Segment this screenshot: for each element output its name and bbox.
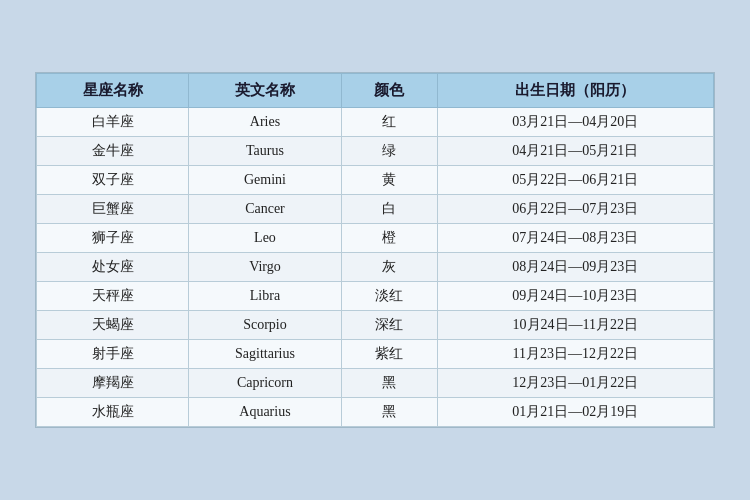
cell-color: 淡红: [341, 282, 437, 311]
cell-en: Leo: [189, 224, 341, 253]
cell-zh: 巨蟹座: [37, 195, 189, 224]
table-row: 处女座Virgo灰08月24日—09月23日: [37, 253, 714, 282]
cell-dates: 06月22日—07月23日: [437, 195, 713, 224]
col-header-dates: 出生日期（阳历）: [437, 74, 713, 108]
cell-dates: 01月21日—02月19日: [437, 398, 713, 427]
col-header-zh: 星座名称: [37, 74, 189, 108]
col-header-en: 英文名称: [189, 74, 341, 108]
cell-en: Scorpio: [189, 311, 341, 340]
cell-color: 黄: [341, 166, 437, 195]
cell-en: Taurus: [189, 137, 341, 166]
cell-zh: 处女座: [37, 253, 189, 282]
table-row: 狮子座Leo橙07月24日—08月23日: [37, 224, 714, 253]
col-header-color: 颜色: [341, 74, 437, 108]
cell-zh: 双子座: [37, 166, 189, 195]
cell-color: 红: [341, 108, 437, 137]
cell-zh: 射手座: [37, 340, 189, 369]
table-row: 射手座Sagittarius紫红11月23日—12月22日: [37, 340, 714, 369]
cell-dates: 11月23日—12月22日: [437, 340, 713, 369]
cell-color: 黑: [341, 398, 437, 427]
cell-en: Aries: [189, 108, 341, 137]
cell-dates: 12月23日—01月22日: [437, 369, 713, 398]
cell-en: Virgo: [189, 253, 341, 282]
cell-en: Cancer: [189, 195, 341, 224]
cell-color: 黑: [341, 369, 437, 398]
cell-en: Capricorn: [189, 369, 341, 398]
table-row: 摩羯座Capricorn黑12月23日—01月22日: [37, 369, 714, 398]
cell-color: 深红: [341, 311, 437, 340]
cell-color: 灰: [341, 253, 437, 282]
cell-zh: 狮子座: [37, 224, 189, 253]
cell-zh: 天蝎座: [37, 311, 189, 340]
cell-color: 绿: [341, 137, 437, 166]
cell-zh: 天秤座: [37, 282, 189, 311]
table-row: 天秤座Libra淡红09月24日—10月23日: [37, 282, 714, 311]
cell-en: Libra: [189, 282, 341, 311]
cell-zh: 白羊座: [37, 108, 189, 137]
cell-dates: 10月24日—11月22日: [437, 311, 713, 340]
table-row: 双子座Gemini黄05月22日—06月21日: [37, 166, 714, 195]
table-header-row: 星座名称 英文名称 颜色 出生日期（阳历）: [37, 74, 714, 108]
cell-color: 紫红: [341, 340, 437, 369]
cell-dates: 05月22日—06月21日: [437, 166, 713, 195]
table-row: 巨蟹座Cancer白06月22日—07月23日: [37, 195, 714, 224]
zodiac-table-container: 星座名称 英文名称 颜色 出生日期（阳历） 白羊座Aries红03月21日—04…: [35, 72, 715, 428]
cell-color: 橙: [341, 224, 437, 253]
cell-zh: 水瓶座: [37, 398, 189, 427]
cell-dates: 09月24日—10月23日: [437, 282, 713, 311]
cell-dates: 07月24日—08月23日: [437, 224, 713, 253]
cell-dates: 08月24日—09月23日: [437, 253, 713, 282]
table-row: 水瓶座Aquarius黑01月21日—02月19日: [37, 398, 714, 427]
table-row: 白羊座Aries红03月21日—04月20日: [37, 108, 714, 137]
table-row: 天蝎座Scorpio深红10月24日—11月22日: [37, 311, 714, 340]
table-row: 金牛座Taurus绿04月21日—05月21日: [37, 137, 714, 166]
zodiac-table: 星座名称 英文名称 颜色 出生日期（阳历） 白羊座Aries红03月21日—04…: [36, 73, 714, 427]
cell-en: Gemini: [189, 166, 341, 195]
cell-en: Aquarius: [189, 398, 341, 427]
cell-dates: 04月21日—05月21日: [437, 137, 713, 166]
cell-zh: 摩羯座: [37, 369, 189, 398]
cell-zh: 金牛座: [37, 137, 189, 166]
cell-dates: 03月21日—04月20日: [437, 108, 713, 137]
cell-en: Sagittarius: [189, 340, 341, 369]
cell-color: 白: [341, 195, 437, 224]
